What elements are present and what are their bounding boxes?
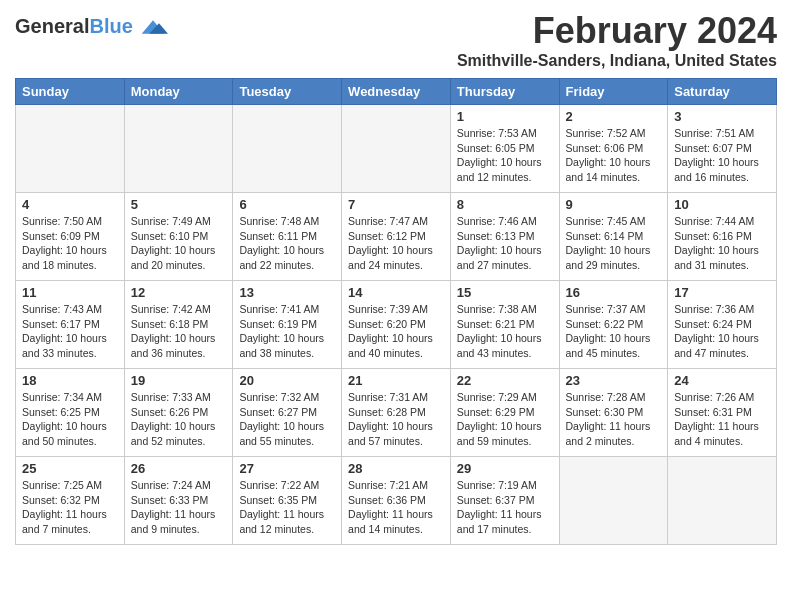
calendar-cell [559, 457, 668, 545]
day-number: 29 [457, 461, 553, 476]
calendar-cell: 19Sunrise: 7:33 AM Sunset: 6:26 PM Dayli… [124, 369, 233, 457]
calendar-cell: 12Sunrise: 7:42 AM Sunset: 6:18 PM Dayli… [124, 281, 233, 369]
day-number: 9 [566, 197, 662, 212]
day-number: 3 [674, 109, 770, 124]
calendar-cell: 24Sunrise: 7:26 AM Sunset: 6:31 PM Dayli… [668, 369, 777, 457]
day-number: 26 [131, 461, 227, 476]
day-info: Sunrise: 7:49 AM Sunset: 6:10 PM Dayligh… [131, 214, 227, 273]
calendar-cell: 29Sunrise: 7:19 AM Sunset: 6:37 PM Dayli… [450, 457, 559, 545]
calendar-cell [16, 105, 125, 193]
calendar-cell: 27Sunrise: 7:22 AM Sunset: 6:35 PM Dayli… [233, 457, 342, 545]
day-info: Sunrise: 7:50 AM Sunset: 6:09 PM Dayligh… [22, 214, 118, 273]
day-info: Sunrise: 7:36 AM Sunset: 6:24 PM Dayligh… [674, 302, 770, 361]
calendar-cell: 4Sunrise: 7:50 AM Sunset: 6:09 PM Daylig… [16, 193, 125, 281]
day-info: Sunrise: 7:43 AM Sunset: 6:17 PM Dayligh… [22, 302, 118, 361]
day-info: Sunrise: 7:28 AM Sunset: 6:30 PM Dayligh… [566, 390, 662, 449]
day-number: 18 [22, 373, 118, 388]
day-number: 22 [457, 373, 553, 388]
day-info: Sunrise: 7:21 AM Sunset: 6:36 PM Dayligh… [348, 478, 444, 537]
day-info: Sunrise: 7:45 AM Sunset: 6:14 PM Dayligh… [566, 214, 662, 273]
day-info: Sunrise: 7:44 AM Sunset: 6:16 PM Dayligh… [674, 214, 770, 273]
day-info: Sunrise: 7:52 AM Sunset: 6:06 PM Dayligh… [566, 126, 662, 185]
calendar-cell: 2Sunrise: 7:52 AM Sunset: 6:06 PM Daylig… [559, 105, 668, 193]
calendar-cell: 7Sunrise: 7:47 AM Sunset: 6:12 PM Daylig… [342, 193, 451, 281]
day-number: 24 [674, 373, 770, 388]
calendar-cell: 25Sunrise: 7:25 AM Sunset: 6:32 PM Dayli… [16, 457, 125, 545]
calendar-cell: 13Sunrise: 7:41 AM Sunset: 6:19 PM Dayli… [233, 281, 342, 369]
calendar-cell [124, 105, 233, 193]
logo: GeneralBlue [15, 15, 168, 38]
day-number: 11 [22, 285, 118, 300]
day-info: Sunrise: 7:29 AM Sunset: 6:29 PM Dayligh… [457, 390, 553, 449]
calendar-cell: 6Sunrise: 7:48 AM Sunset: 6:11 PM Daylig… [233, 193, 342, 281]
day-info: Sunrise: 7:51 AM Sunset: 6:07 PM Dayligh… [674, 126, 770, 185]
day-number: 17 [674, 285, 770, 300]
day-number: 19 [131, 373, 227, 388]
day-info: Sunrise: 7:22 AM Sunset: 6:35 PM Dayligh… [239, 478, 335, 537]
day-info: Sunrise: 7:48 AM Sunset: 6:11 PM Dayligh… [239, 214, 335, 273]
page-header: GeneralBlue February 2024 Smithville-San… [15, 10, 777, 70]
location-title: Smithville-Sanders, Indiana, United Stat… [457, 52, 777, 70]
day-info: Sunrise: 7:26 AM Sunset: 6:31 PM Dayligh… [674, 390, 770, 449]
day-info: Sunrise: 7:25 AM Sunset: 6:32 PM Dayligh… [22, 478, 118, 537]
day-number: 28 [348, 461, 444, 476]
calendar-cell: 10Sunrise: 7:44 AM Sunset: 6:16 PM Dayli… [668, 193, 777, 281]
day-number: 6 [239, 197, 335, 212]
day-info: Sunrise: 7:34 AM Sunset: 6:25 PM Dayligh… [22, 390, 118, 449]
day-info: Sunrise: 7:42 AM Sunset: 6:18 PM Dayligh… [131, 302, 227, 361]
logo-icon [138, 17, 168, 37]
calendar-cell: 18Sunrise: 7:34 AM Sunset: 6:25 PM Dayli… [16, 369, 125, 457]
day-number: 21 [348, 373, 444, 388]
header-thursday: Thursday [450, 79, 559, 105]
calendar-cell: 8Sunrise: 7:46 AM Sunset: 6:13 PM Daylig… [450, 193, 559, 281]
day-info: Sunrise: 7:31 AM Sunset: 6:28 PM Dayligh… [348, 390, 444, 449]
day-number: 27 [239, 461, 335, 476]
day-info: Sunrise: 7:39 AM Sunset: 6:20 PM Dayligh… [348, 302, 444, 361]
day-info: Sunrise: 7:47 AM Sunset: 6:12 PM Dayligh… [348, 214, 444, 273]
month-title: February 2024 [457, 10, 777, 52]
day-number: 14 [348, 285, 444, 300]
calendar-cell [668, 457, 777, 545]
calendar-cell [233, 105, 342, 193]
day-number: 13 [239, 285, 335, 300]
calendar-cell: 11Sunrise: 7:43 AM Sunset: 6:17 PM Dayli… [16, 281, 125, 369]
calendar-cell: 15Sunrise: 7:38 AM Sunset: 6:21 PM Dayli… [450, 281, 559, 369]
week-row-4: 18Sunrise: 7:34 AM Sunset: 6:25 PM Dayli… [16, 369, 777, 457]
week-row-5: 25Sunrise: 7:25 AM Sunset: 6:32 PM Dayli… [16, 457, 777, 545]
day-info: Sunrise: 7:46 AM Sunset: 6:13 PM Dayligh… [457, 214, 553, 273]
day-info: Sunrise: 7:24 AM Sunset: 6:33 PM Dayligh… [131, 478, 227, 537]
header-saturday: Saturday [668, 79, 777, 105]
header-wednesday: Wednesday [342, 79, 451, 105]
day-number: 12 [131, 285, 227, 300]
week-row-3: 11Sunrise: 7:43 AM Sunset: 6:17 PM Dayli… [16, 281, 777, 369]
calendar-cell: 9Sunrise: 7:45 AM Sunset: 6:14 PM Daylig… [559, 193, 668, 281]
logo-text: GeneralBlue [15, 15, 133, 38]
day-info: Sunrise: 7:37 AM Sunset: 6:22 PM Dayligh… [566, 302, 662, 361]
header-sunday: Sunday [16, 79, 125, 105]
day-info: Sunrise: 7:32 AM Sunset: 6:27 PM Dayligh… [239, 390, 335, 449]
calendar-cell: 14Sunrise: 7:39 AM Sunset: 6:20 PM Dayli… [342, 281, 451, 369]
week-row-2: 4Sunrise: 7:50 AM Sunset: 6:09 PM Daylig… [16, 193, 777, 281]
day-number: 1 [457, 109, 553, 124]
day-info: Sunrise: 7:19 AM Sunset: 6:37 PM Dayligh… [457, 478, 553, 537]
week-row-1: 1Sunrise: 7:53 AM Sunset: 6:05 PM Daylig… [16, 105, 777, 193]
day-number: 20 [239, 373, 335, 388]
header-tuesday: Tuesday [233, 79, 342, 105]
day-number: 2 [566, 109, 662, 124]
day-info: Sunrise: 7:41 AM Sunset: 6:19 PM Dayligh… [239, 302, 335, 361]
calendar-table: SundayMondayTuesdayWednesdayThursdayFrid… [15, 78, 777, 545]
day-info: Sunrise: 7:53 AM Sunset: 6:05 PM Dayligh… [457, 126, 553, 185]
calendar-cell: 26Sunrise: 7:24 AM Sunset: 6:33 PM Dayli… [124, 457, 233, 545]
day-info: Sunrise: 7:38 AM Sunset: 6:21 PM Dayligh… [457, 302, 553, 361]
calendar-cell: 20Sunrise: 7:32 AM Sunset: 6:27 PM Dayli… [233, 369, 342, 457]
day-number: 5 [131, 197, 227, 212]
day-info: Sunrise: 7:33 AM Sunset: 6:26 PM Dayligh… [131, 390, 227, 449]
day-number: 7 [348, 197, 444, 212]
logo-blue: Blue [89, 15, 132, 37]
calendar-header-row: SundayMondayTuesdayWednesdayThursdayFrid… [16, 79, 777, 105]
day-number: 16 [566, 285, 662, 300]
calendar-cell: 22Sunrise: 7:29 AM Sunset: 6:29 PM Dayli… [450, 369, 559, 457]
calendar-cell: 17Sunrise: 7:36 AM Sunset: 6:24 PM Dayli… [668, 281, 777, 369]
calendar-cell: 16Sunrise: 7:37 AM Sunset: 6:22 PM Dayli… [559, 281, 668, 369]
calendar-cell: 3Sunrise: 7:51 AM Sunset: 6:07 PM Daylig… [668, 105, 777, 193]
